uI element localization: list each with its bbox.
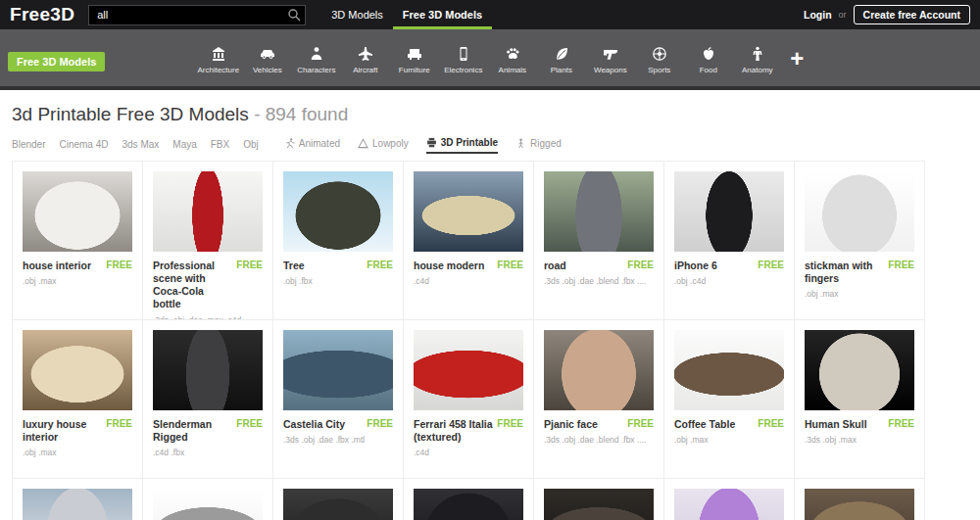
model-card[interactable]: Human Skull FREE .3ds .obj .max [794, 319, 925, 479]
model-name[interactable]: Tree [283, 260, 305, 272]
free-badge: FREE [497, 418, 523, 429]
model-meta: Tree FREE .obj .fbx [283, 260, 393, 286]
results-count: - 894 found [254, 104, 348, 124]
model-card[interactable]: Tree FREE .obj .fbx [272, 161, 404, 320]
model-thumbnail[interactable] [414, 171, 523, 252]
format-filter-maya[interactable]: Maya [172, 139, 196, 154]
model-formats: .3ds .obj .max [805, 435, 914, 445]
model-card[interactable]: Slenderman Rigged FREE .c4d .fbx [142, 319, 273, 479]
logo[interactable]: Free3D [10, 4, 74, 25]
filter-bar: Blender Cinema 4D 3ds Max Maya FBX Obj A… [12, 134, 980, 154]
model-thumbnail[interactable] [283, 489, 393, 520]
model-name[interactable]: house modern [414, 260, 484, 272]
model-card[interactable]: road FREE .3ds .obj .dae .blend .fbx ...… [533, 161, 664, 320]
model-card[interactable]: Professional scene with Coca-Cola bottle… [142, 161, 273, 320]
model-card[interactable]: Pjanic face FREE .3ds .obj .dae .blend .… [533, 319, 664, 479]
model-name[interactable]: Coffee Table [674, 418, 735, 431]
format-filter-fbx[interactable]: FBX [211, 139, 229, 154]
model-thumbnail[interactable] [414, 330, 523, 410]
model-name[interactable]: Ferrari 458 Italia (textured) [414, 418, 493, 444]
category-item-sports[interactable]: Sports [636, 46, 682, 74]
model-thumbnail[interactable] [153, 330, 263, 410]
category-item-architecture[interactable]: Architecture [195, 46, 241, 74]
category-item-electronics[interactable]: Electronics [440, 46, 486, 74]
model-thumbnail[interactable] [414, 489, 523, 520]
model-card[interactable] [403, 478, 534, 520]
model-name[interactable]: Castelia City [283, 418, 345, 431]
model-thumbnail[interactable] [153, 489, 263, 520]
model-name[interactable]: Human Skull [805, 418, 867, 431]
category-item-anatomy[interactable]: Anatomy [734, 46, 780, 74]
tab-3d-models[interactable]: 3D Models [321, 0, 393, 29]
free-3d-models-button[interactable]: Free 3D Models [8, 52, 105, 71]
filter-rigged[interactable]: Rigged [515, 137, 562, 154]
search-input[interactable] [88, 5, 306, 25]
model-thumbnail[interactable] [805, 489, 914, 520]
model-meta: Coffee Table FREE .obj .max [674, 418, 784, 445]
furniture-icon [407, 46, 422, 62]
model-thumbnail[interactable] [674, 171, 784, 252]
filter-3d-printable[interactable]: 3D Printable [426, 137, 498, 154]
model-thumbnail[interactable] [23, 171, 132, 252]
format-filter-obj[interactable]: Obj [243, 139, 259, 154]
format-filter-cinema4d[interactable]: Cinema 4D [59, 139, 108, 154]
format-filter-3dsmax[interactable]: 3ds Max [122, 139, 160, 154]
category-item-aircraft[interactable]: Aircraft [342, 46, 388, 74]
model-card[interactable]: luxury house interior FREE .obj .max [12, 319, 143, 479]
tab-free-3d-models[interactable]: Free 3D Models [393, 0, 492, 29]
model-card[interactable] [272, 478, 404, 520]
model-name[interactable]: stickman with fingers [805, 260, 884, 285]
model-formats: .3ds .obj .dae .fbx .mtl [283, 435, 393, 445]
category-item-vehicles[interactable]: Vehicles [244, 46, 290, 74]
model-thumbnail[interactable] [544, 330, 654, 410]
category-item-weapons[interactable]: Weapons [587, 46, 633, 74]
filter-animated[interactable]: Animated [284, 137, 340, 154]
model-card[interactable] [142, 478, 273, 520]
model-card[interactable]: Coffee Table FREE .obj .max [663, 319, 795, 479]
search-icon[interactable] [287, 8, 301, 22]
model-name[interactable]: road [544, 260, 566, 272]
model-name[interactable]: house interior [23, 260, 91, 272]
model-thumbnail[interactable] [805, 171, 914, 252]
model-card[interactable] [12, 478, 143, 520]
model-thumbnail[interactable] [805, 330, 914, 410]
more-categories-button[interactable]: + [790, 47, 804, 71]
model-name[interactable]: Pjanic face [544, 418, 598, 431]
model-name[interactable]: Slenderman Rigged [153, 418, 232, 444]
model-thumbnail[interactable] [23, 330, 132, 410]
model-thumbnail[interactable] [23, 489, 132, 520]
model-thumbnail[interactable] [283, 330, 393, 410]
model-thumbnail[interactable] [674, 330, 784, 410]
model-card[interactable] [794, 478, 925, 520]
model-card[interactable]: iPhone 6 FREE .obj .c4d [663, 161, 795, 320]
format-filter-blender[interactable]: Blender [12, 139, 45, 154]
toggle-filters: Animated Lowpoly 3D Printable Rigged [284, 137, 579, 154]
model-name[interactable]: iPhone 6 [674, 260, 717, 272]
model-card[interactable] [663, 478, 795, 520]
model-card[interactable]: Ferrari 458 Italia (textured) FREE .c4d [403, 319, 534, 479]
model-thumbnail[interactable] [283, 171, 393, 252]
free-badge: FREE [367, 260, 393, 270]
category-item-animals[interactable]: Animals [489, 46, 535, 74]
model-card[interactable]: Castelia City FREE .3ds .obj .dae .fbx .… [272, 319, 404, 479]
category-item-characters[interactable]: Characters [293, 46, 339, 74]
model-card[interactable]: stickman with fingers FREE .obj .max [794, 161, 925, 320]
category-label: Electronics [444, 66, 482, 74]
filter-lowpoly[interactable]: Lowpoly [358, 137, 409, 154]
model-thumbnail[interactable] [674, 489, 784, 520]
category-item-furniture[interactable]: Furniture [391, 46, 437, 74]
model-card[interactable]: house interior FREE .obj .max [12, 161, 143, 320]
create-account-button[interactable]: Create free Account [854, 5, 970, 24]
model-thumbnail[interactable] [544, 171, 654, 252]
model-thumbnail[interactable] [153, 171, 263, 252]
characters-icon [309, 46, 324, 62]
model-name[interactable]: luxury house interior [23, 418, 102, 444]
model-name[interactable]: Professional scene with Coca-Cola bottle [153, 260, 232, 311]
model-card[interactable]: house modern FREE .c4d [403, 161, 534, 320]
category-item-plants[interactable]: Plants [538, 46, 584, 74]
category-item-food[interactable]: Food [685, 46, 731, 74]
lowpoly-icon [358, 138, 368, 149]
login-link[interactable]: Login [804, 9, 832, 21]
model-card[interactable] [533, 478, 664, 520]
model-thumbnail[interactable] [544, 489, 654, 520]
